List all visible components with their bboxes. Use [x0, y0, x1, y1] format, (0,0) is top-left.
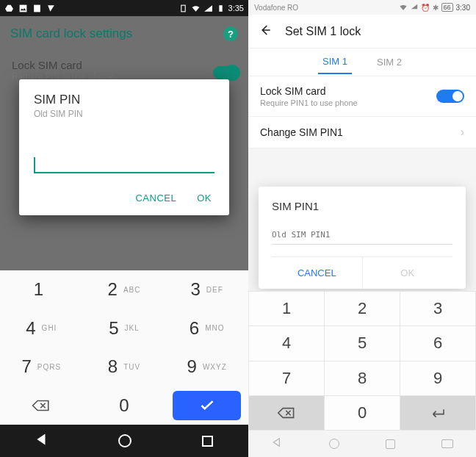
- setting-row-change-pin[interactable]: Change SIM PIN1 ›: [248, 117, 476, 148]
- signal-icon: [411, 3, 418, 12]
- header-title: Set SIM 1 lock: [285, 25, 361, 38]
- key-0[interactable]: 0: [325, 396, 400, 430]
- keyboard-icon: [441, 439, 453, 448]
- key-6[interactable]: 6: [400, 326, 475, 360]
- nav-back[interactable]: [35, 433, 48, 449]
- backspace-icon: [277, 407, 296, 419]
- setting-heading: Lock SIM card: [12, 59, 237, 71]
- setting-title: Change SIM PIN1: [260, 126, 343, 138]
- svg-rect-1: [34, 4, 40, 12]
- key-1[interactable]: 1: [249, 292, 324, 325]
- key-9[interactable]: 9WXYZ: [165, 348, 248, 386]
- signal-icon: [203, 4, 213, 13]
- tab-sim2[interactable]: SIM 2: [372, 51, 406, 73]
- key-4[interactable]: 4: [249, 326, 324, 360]
- wifi-icon: [191, 4, 201, 13]
- svg-rect-2: [181, 5, 184, 12]
- key-9[interactable]: 9: [400, 361, 475, 395]
- setting-row-lock-sim: Lock SIM card Require PIN to use phone: [12, 59, 237, 82]
- phone-stock-android: 3:35 SIM card lock settings ? Lock SIM c…: [0, 0, 248, 457]
- nav-recent[interactable]: [386, 439, 395, 449]
- nav-back[interactable]: [271, 436, 283, 451]
- vibrate-icon: [178, 4, 188, 13]
- setting-subtitle: Require PIN1 to use phone: [260, 98, 358, 107]
- dialog-subtitle: Old SIM PIN: [34, 109, 214, 119]
- dialog-title: SIM PIN: [34, 93, 214, 107]
- setting-row-lock-sim[interactable]: Lock SIM card Require PIN1 to use phone: [248, 76, 476, 117]
- key-backspace[interactable]: [0, 386, 83, 425]
- tab-sim1[interactable]: SIM 1: [318, 50, 352, 74]
- key-8[interactable]: 8TUV: [83, 348, 166, 386]
- nav-home[interactable]: [329, 439, 339, 449]
- key-3[interactable]: 3DEF: [165, 270, 248, 309]
- key-0[interactable]: 0: [83, 386, 166, 425]
- lock-sim-toggle[interactable]: [213, 66, 238, 79]
- key-3[interactable]: 3: [400, 292, 475, 325]
- dialog-title: SIM PIN1: [272, 200, 452, 212]
- ok-button[interactable]: OK: [197, 192, 212, 204]
- pin-input[interactable]: [34, 154, 214, 173]
- numeric-keypad: 1 2 3 4 5 6 7 8 9 0: [248, 291, 476, 431]
- backspace-icon: [32, 399, 51, 412]
- key-6[interactable]: 6MNO: [165, 309, 248, 348]
- key-2[interactable]: 2ABC: [83, 270, 166, 309]
- bluetooth-icon: ✱: [433, 4, 439, 12]
- wifi-icon: [399, 3, 408, 12]
- cancel-button[interactable]: CANCEL: [135, 192, 176, 204]
- svg-rect-3: [219, 5, 222, 12]
- key-5[interactable]: 5JKL: [83, 309, 166, 348]
- key-backspace[interactable]: [249, 396, 324, 430]
- key-enter[interactable]: [400, 396, 475, 430]
- nav-bar: [248, 431, 476, 457]
- sim-tabs: SIM 1 SIM 2: [248, 48, 476, 76]
- note-icon: [32, 4, 42, 13]
- numeric-keypad: 1 2ABC 3DEF 4GHI 5JKL 6MNO 7PQRS 8TUV 9W…: [0, 270, 248, 425]
- arrow-left-icon: [259, 24, 272, 37]
- sim-pin-dialog: SIM PIN Old SIM PIN CANCEL OK: [19, 79, 229, 215]
- phone-emui: Vodafone RO ⏰ ✱ 66 3:30 Set SIM 1 lock S…: [248, 0, 476, 457]
- nav-recent[interactable]: [202, 436, 213, 447]
- key-5[interactable]: 5: [325, 326, 400, 360]
- alarm-icon: ⏰: [421, 4, 430, 12]
- enter-icon: [428, 407, 447, 419]
- page-title: SIM card lock settings: [10, 26, 132, 41]
- nav-bar: [0, 425, 248, 457]
- status-bar: Vodafone RO ⏰ ✱ 66 3:30: [248, 0, 476, 15]
- drive-icon: [4, 4, 14, 13]
- sim-pin-dialog: SIM PIN1 CANCEL OK: [259, 187, 466, 289]
- svg-rect-0: [20, 4, 27, 12]
- key-7[interactable]: 7PQRS: [0, 348, 83, 386]
- check-icon: [200, 400, 214, 411]
- app-header: Set SIM 1 lock: [248, 15, 476, 48]
- setting-title: Lock SIM card: [260, 85, 358, 97]
- chevron-right-icon: ›: [461, 126, 464, 139]
- battery-icon: [216, 4, 226, 13]
- carrier-label: Vodafone RO: [254, 4, 298, 12]
- key-1[interactable]: 1: [0, 270, 83, 309]
- status-time: 3:35: [228, 4, 244, 12]
- page-title-bar: SIM card lock settings ?: [0, 16, 248, 51]
- image-icon: [18, 4, 28, 13]
- ok-button[interactable]: OK: [363, 257, 453, 289]
- nav-keyboard-toggle[interactable]: [441, 439, 453, 448]
- back-button[interactable]: [259, 24, 272, 40]
- key-2[interactable]: 2: [325, 292, 400, 325]
- status-bar: 3:35: [0, 0, 248, 16]
- nav-home[interactable]: [118, 434, 131, 447]
- key-4[interactable]: 4GHI: [0, 309, 83, 348]
- key-7[interactable]: 7: [249, 361, 324, 395]
- cancel-button[interactable]: CANCEL: [272, 257, 363, 289]
- key-8[interactable]: 8: [325, 361, 400, 395]
- status-time: 3:30: [456, 4, 470, 12]
- lock-sim-switch[interactable]: [436, 90, 464, 103]
- pin-input[interactable]: [272, 226, 452, 245]
- help-icon[interactable]: ?: [223, 26, 238, 41]
- battery-level: 66: [441, 3, 453, 12]
- key-enter[interactable]: [173, 391, 241, 421]
- check-icon: [46, 4, 56, 13]
